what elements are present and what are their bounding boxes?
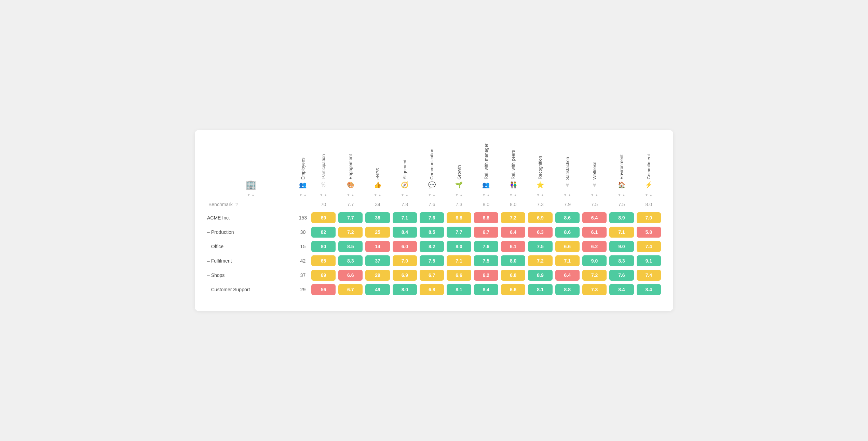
row-label-1: – Production	[206, 226, 295, 239]
cell-3-2: 37	[365, 254, 390, 267]
org-sort-arrows[interactable]: ▼ ▲	[247, 193, 255, 197]
recognition-sort-arrows[interactable]: ▼ ▲	[537, 193, 544, 197]
benchmark-enps: 34	[365, 199, 390, 210]
satisfaction-sort-cell[interactable]: ▼ ▲	[555, 191, 580, 198]
cell-4-6: 6.2	[473, 269, 499, 282]
growth-icon: 🌱	[455, 182, 463, 188]
cell-0-4: 7.6	[419, 211, 445, 224]
rel-peers-sort-arrows[interactable]: ▼ ▲	[509, 193, 517, 197]
communication-sort-cell[interactable]: ▼ ▲	[419, 191, 445, 198]
cell-2-8: 7.5	[527, 240, 553, 253]
growth-icon-cell: Growth 🌱	[446, 142, 472, 190]
benchmark-text: Benchmark	[208, 202, 233, 207]
employees-sort-arrows[interactable]: ▼ ▲	[299, 193, 307, 197]
cell-0-10: 6.4	[582, 211, 607, 224]
cell-5-7: 6.6	[500, 283, 526, 296]
header-icon-row: 🏢 Employees 👥 Participation ％ Engagement…	[206, 142, 662, 190]
rel-manager-icon: 👥	[482, 182, 490, 188]
alignment-icon-cell: Alignment 🧭	[392, 142, 418, 190]
cell-1-3: 8.4	[392, 226, 418, 239]
cell-2-4: 8.2	[419, 240, 445, 253]
cell-3-10: 9.0	[582, 254, 607, 267]
recognition-icon-cell: Recognition ⭐	[527, 142, 553, 190]
enps-sort-cell[interactable]: ▼ ▲	[365, 191, 390, 198]
environment-sort-cell[interactable]: ▼ ▲	[609, 191, 634, 198]
cell-3-3: 7.0	[392, 254, 418, 267]
employees-val-4: 37	[297, 269, 309, 282]
employees-val-3: 42	[297, 254, 309, 267]
participation-icon-cell: Participation ％	[311, 142, 336, 190]
cell-1-9: 8.6	[555, 226, 580, 239]
cell-2-10: 6.2	[582, 240, 607, 253]
recognition-sort-cell[interactable]: ▼ ▲	[527, 191, 553, 198]
alignment-sort-arrows[interactable]: ▼ ▲	[401, 193, 409, 197]
recognition-col-label: Recognition	[538, 154, 543, 179]
rel-manager-sort-cell[interactable]: ▼ ▲	[473, 191, 499, 198]
cell-3-9: 7.1	[555, 254, 580, 267]
org-sort-cell[interactable]: ▼ ▲	[206, 191, 295, 198]
commitment-icon: ⚡	[645, 182, 652, 188]
cell-0-0: 69	[311, 211, 336, 224]
cell-3-6: 7.5	[473, 254, 499, 267]
cell-1-10: 6.1	[582, 226, 607, 239]
benchmark-rel-manager: 8.0	[473, 199, 499, 210]
rel-manager-sort-arrows[interactable]: ▼ ▲	[482, 193, 490, 197]
engagement-sort-cell[interactable]: ▼ ▲	[338, 191, 363, 198]
employees-sort-cell[interactable]: ▼ ▲	[297, 191, 309, 198]
cell-1-0: 82	[311, 226, 336, 239]
cell-4-2: 29	[365, 269, 390, 282]
commitment-sort-arrows[interactable]: ▼ ▲	[645, 193, 653, 197]
cell-1-12: 5.8	[636, 226, 662, 239]
participation-col-label: Participation	[321, 152, 326, 179]
communication-sort-arrows[interactable]: ▼ ▲	[428, 193, 436, 197]
cell-4-1: 6.6	[338, 269, 363, 282]
cell-3-5: 7.1	[446, 254, 472, 267]
wellness-icon-cell: Wellness ♥	[582, 142, 607, 190]
cell-2-2: 14	[365, 240, 390, 253]
participation-sort-arrows[interactable]: ▼ ▲	[320, 193, 327, 197]
growth-sort-arrows[interactable]: ▼ ▲	[455, 193, 463, 197]
cell-5-4: 6.8	[419, 283, 445, 296]
data-row: – Customer Support29566.7498.06.88.18.46…	[206, 283, 662, 296]
cell-2-7: 6.1	[500, 240, 526, 253]
rel-manager-icon-cell: Rel. with manager 👥	[473, 142, 499, 190]
benchmark-commitment: 8.0	[636, 199, 662, 210]
growth-col-label: Growth	[457, 163, 462, 179]
benchmark-employees	[297, 199, 309, 210]
engagement-sort-arrows[interactable]: ▼ ▲	[347, 193, 354, 197]
benchmark-satisfaction: 7.9	[555, 199, 580, 210]
rel-peers-sort-cell[interactable]: ▼ ▲	[500, 191, 526, 198]
cell-3-0: 65	[311, 254, 336, 267]
cell-1-1: 7.2	[338, 226, 363, 239]
cell-2-3: 6.0	[392, 240, 418, 253]
data-row: – Production30827.2258.48.57.76.76.46.38…	[206, 226, 662, 239]
cell-0-7: 7.2	[500, 211, 526, 224]
alignment-sort-cell[interactable]: ▼ ▲	[392, 191, 418, 198]
cell-2-6: 7.6	[473, 240, 499, 253]
recognition-icon: ⭐	[537, 182, 544, 188]
enps-col-label: eNPS	[375, 166, 380, 179]
environment-icon: 🏠	[618, 182, 625, 188]
cell-5-12: 8.4	[636, 283, 662, 296]
cell-5-10: 7.3	[582, 283, 607, 296]
employees-icon: 👥	[299, 182, 307, 188]
environment-sort-arrows[interactable]: ▼ ▲	[618, 193, 626, 197]
communication-col-label: Communication	[429, 147, 434, 179]
employees-val-5: 29	[297, 283, 309, 296]
growth-sort-cell[interactable]: ▼ ▲	[446, 191, 472, 198]
participation-sort-cell[interactable]: ▼ ▲	[311, 191, 336, 198]
benchmark-question[interactable]: ?	[235, 202, 238, 207]
enps-sort-arrows[interactable]: ▼ ▲	[374, 193, 382, 197]
benchmark-row: Benchmark ? 70 7.7 34 7.8 7.6 7.3 8.0 8.…	[206, 199, 662, 210]
wellness-sort-arrows[interactable]: ▼ ▲	[591, 193, 598, 197]
benchmark-participation: 70	[311, 199, 336, 210]
wellness-sort-cell[interactable]: ▼ ▲	[582, 191, 607, 198]
satisfaction-icon-cell: Satisfaction ♥	[555, 142, 580, 190]
commitment-sort-cell[interactable]: ▼ ▲	[636, 191, 662, 198]
satisfaction-sort-arrows[interactable]: ▼ ▲	[564, 193, 571, 197]
row-label-0: ACME Inc.	[206, 211, 295, 224]
cell-4-9: 6.4	[555, 269, 580, 282]
cell-0-1: 7.7	[338, 211, 363, 224]
environment-col-label: Environment	[619, 152, 624, 179]
employees-col-label: Employees	[300, 156, 306, 179]
